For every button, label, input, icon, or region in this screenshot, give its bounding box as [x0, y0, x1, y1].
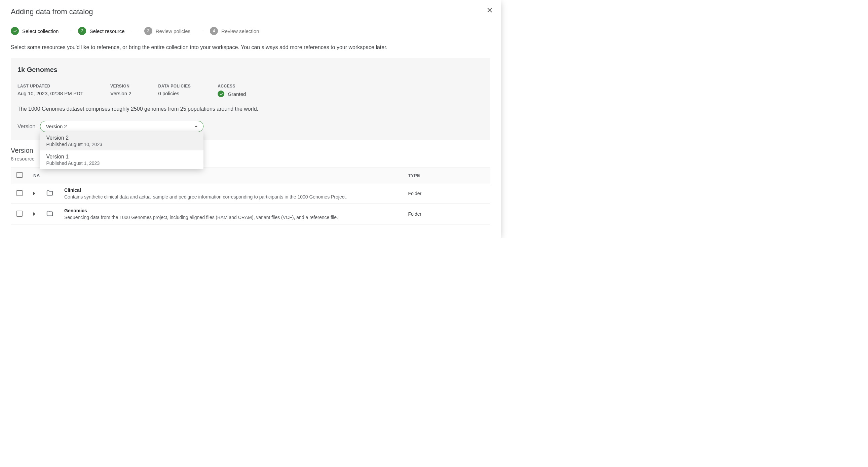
version-option-title: Version 2: [46, 135, 197, 141]
col-header-name[interactable]: NA: [28, 168, 403, 183]
step-separator: [65, 31, 72, 31]
step-label: Review policies: [156, 28, 190, 34]
table-header-row: NA TYPE: [11, 168, 490, 183]
step-label: Select collection: [22, 28, 59, 34]
resources-table: NA TYPE Clinical Contains synthetic clin…: [11, 168, 490, 225]
meta-value: Aug 10, 2023, 02:38 PM PDT: [18, 90, 84, 96]
meta-value: Version 2: [110, 90, 131, 96]
meta-value: Granted: [218, 90, 246, 97]
version-dropdown: Version 2 Published August 10, 2023 Vers…: [40, 132, 204, 169]
version-select[interactable]: Version 2: [40, 121, 204, 132]
step-separator: [131, 31, 138, 31]
meta-policies: DATA POLICIES 0 policies: [158, 84, 191, 97]
step-number-icon: 4: [210, 27, 218, 35]
step-check-icon: [11, 27, 19, 35]
version-picker-row: Version Version 2 Version 2 Published Au…: [18, 121, 484, 132]
meta-label: ACCESS: [218, 84, 246, 88]
row-name-cell: Clinical Contains synthetic clinical dat…: [59, 183, 403, 204]
resource-type: Folder: [403, 183, 490, 204]
meta-access: ACCESS Granted: [218, 84, 246, 97]
step-review-selection[interactable]: 4 Review selection: [210, 27, 259, 35]
resource-description: Contains synthetic clinical data and act…: [64, 194, 398, 200]
version-option[interactable]: Version 2 Published August 10, 2023: [40, 132, 204, 150]
version-option[interactable]: Version 1 Published August 1, 2023: [40, 150, 204, 169]
row-name-cell: Genomics Sequencing data from the 1000 G…: [59, 204, 403, 225]
caret-up-icon: [194, 125, 198, 127]
collection-name: 1k Genomes: [18, 66, 484, 74]
step-number-icon: 2: [78, 27, 86, 35]
collection-panel: 1k Genomes LAST UPDATED Aug 10, 2023, 02…: [11, 58, 490, 140]
granted-check-icon: [218, 90, 224, 97]
select-all-checkbox[interactable]: [17, 172, 23, 178]
resource-name: Clinical: [64, 187, 398, 193]
row-checkbox[interactable]: [17, 190, 23, 196]
meta-label: VERSION: [110, 84, 131, 88]
collection-meta: LAST UPDATED Aug 10, 2023, 02:38 PM PDT …: [18, 84, 484, 97]
resource-type: Folder: [403, 204, 490, 225]
resource-description: Sequencing data from the 1000 Genomes pr…: [64, 215, 398, 220]
table-row[interactable]: Genomics Sequencing data from the 1000 G…: [11, 204, 490, 225]
meta-label: LAST UPDATED: [18, 84, 84, 88]
dialog-title: Adding data from catalog: [11, 7, 490, 16]
version-option-sub: Published August 1, 2023: [46, 160, 197, 166]
meta-version: VERSION Version 2: [110, 84, 131, 97]
step-select-resource[interactable]: 2 Select resource: [78, 27, 124, 35]
version-option-sub: Published August 10, 2023: [46, 142, 197, 147]
meta-label: DATA POLICIES: [158, 84, 191, 88]
meta-last-updated: LAST UPDATED Aug 10, 2023, 02:38 PM PDT: [18, 84, 84, 97]
step-number-icon: 3: [144, 27, 152, 35]
folder-icon: [46, 210, 54, 217]
expand-icon[interactable]: [33, 212, 35, 216]
col-header-checkbox: [11, 168, 28, 183]
row-checkbox[interactable]: [17, 211, 23, 217]
step-review-policies[interactable]: 3 Review policies: [144, 27, 190, 35]
stepper: Select collection 2 Select resource 3 Re…: [11, 27, 490, 35]
step-label: Review selection: [221, 28, 259, 34]
instructions-text: Select some resources you'd like to refe…: [11, 45, 490, 51]
close-button[interactable]: [486, 6, 494, 14]
folder-icon: [46, 189, 54, 197]
resource-name: Genomics: [64, 208, 398, 213]
collection-description: The 1000 Genomes dataset comprises rough…: [18, 106, 484, 112]
col-header-type[interactable]: TYPE: [403, 168, 490, 183]
version-picker-label: Version: [18, 123, 35, 129]
step-label: Select resource: [89, 28, 124, 34]
dialog-card: Adding data from catalog Select collecti…: [0, 0, 501, 238]
step-separator: [196, 31, 204, 31]
meta-value: 0 policies: [158, 90, 191, 96]
step-select-collection[interactable]: Select collection: [11, 27, 59, 35]
table-row[interactable]: Clinical Contains synthetic clinical dat…: [11, 183, 490, 204]
version-select-wrap: Version 2 Version 2 Published August 10,…: [40, 121, 204, 132]
expand-icon[interactable]: [33, 192, 35, 195]
close-icon: [486, 6, 494, 14]
version-select-value: Version 2: [46, 123, 67, 129]
version-option-title: Version 1: [46, 154, 197, 160]
access-text: Granted: [228, 91, 246, 97]
